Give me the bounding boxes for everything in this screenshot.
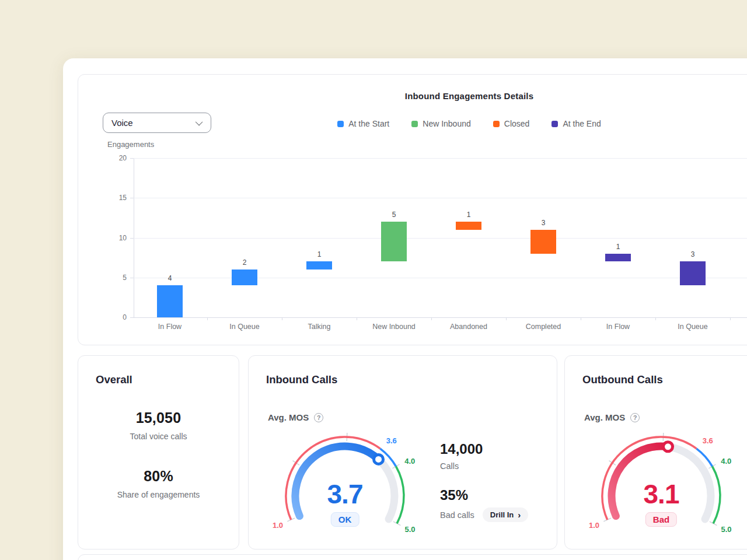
- x-axis-tick: [431, 317, 432, 320]
- avg-mos-label: Avg. MOS: [584, 412, 625, 422]
- x-axis-tick: [730, 317, 731, 320]
- waterfall-bar: [530, 230, 556, 254]
- y-axis-tick: [130, 198, 134, 198]
- chart-title: Inbound Engagements Details: [78, 91, 747, 101]
- dashboard-background: { "chart_card": { "title": "Inbound Enga…: [0, 0, 747, 560]
- category-label: New Inbound: [357, 323, 431, 331]
- waterfall-bar: [680, 261, 706, 285]
- bad-calls-value: 35%: [440, 487, 551, 503]
- overall-card: Overall 15,050 Total voice calls 80% Sha…: [78, 355, 239, 550]
- y-tick-label: 15: [103, 194, 127, 202]
- y-tick-label: 0: [103, 313, 127, 321]
- total-voice-calls-label: Total voice calls: [78, 432, 239, 441]
- legend-label: At the End: [563, 119, 601, 128]
- question-circle-icon[interactable]: ?: [314, 413, 323, 422]
- gridline: [134, 238, 747, 239]
- bad-calls-label: Bad calls: [440, 510, 474, 520]
- share-of-engagements-value: 80%: [78, 468, 239, 485]
- waterfall-bar: [605, 254, 631, 262]
- bar-value-label: 1: [306, 250, 332, 258]
- waterfall-bar: [157, 285, 183, 317]
- x-axis-tick: [581, 317, 581, 320]
- waterfall-bar: [381, 222, 407, 261]
- gauge-status-badge: Bad: [645, 512, 677, 527]
- drill-in-button[interactable]: Drill In ›: [483, 508, 528, 522]
- inbound-avg-mos-row: Avg. MOS ?: [268, 412, 323, 422]
- gauge-tick-label: 3.6: [386, 436, 397, 445]
- legend-item[interactable]: Closed: [493, 119, 530, 128]
- bar-value-label: 2: [232, 258, 257, 267]
- outbound-calls-card: Outbound Calls Avg. MOS ? 1.03.64.05.0 3…: [564, 355, 747, 550]
- share-of-engagements-stat: 80% Share of engagements: [78, 468, 239, 499]
- category-label: In Flow: [581, 323, 655, 331]
- legend-label: New Inbound: [423, 119, 471, 128]
- engagements-waterfall-chart: 051015204In Flow2In Queue1Talking5New In…: [134, 158, 747, 317]
- question-circle-icon[interactable]: ?: [630, 413, 640, 422]
- legend-item[interactable]: New Inbound: [411, 119, 471, 128]
- y-axis-title: Engagements: [107, 140, 154, 149]
- calls-count-value: 14,000: [440, 441, 551, 457]
- outbound-mos-gauge: 1.03.64.05.0 3.1 Bad: [585, 430, 737, 536]
- waterfall-bar: [306, 261, 332, 270]
- category-label: Talking: [282, 323, 357, 331]
- gridline: [134, 158, 747, 159]
- inbound-engagements-card: Inbound Engagements Details Voice At the…: [78, 74, 747, 345]
- x-axis-tick: [207, 317, 208, 320]
- gauge-status-badge: OK: [331, 512, 359, 527]
- x-axis-tick: [357, 317, 357, 320]
- bar-value-label: 3: [530, 219, 556, 227]
- overall-card-title: Overall: [96, 373, 132, 386]
- avg-mos-label: Avg. MOS: [268, 412, 309, 422]
- category-label: In Queue: [207, 323, 282, 331]
- waterfall-bar: [232, 270, 257, 285]
- legend-swatch: [411, 121, 418, 127]
- legend-swatch: [337, 121, 344, 127]
- gauge-value: 3.1: [585, 478, 737, 510]
- legend-label: At the Start: [348, 119, 389, 128]
- y-axis-tick: [130, 317, 134, 318]
- bar-value-label: 1: [605, 243, 631, 251]
- category-label: In Queue: [655, 323, 730, 331]
- bar-value-label: 3: [680, 250, 706, 258]
- gauge-tick-label: 4.0: [721, 457, 731, 466]
- x-axis-tick: [655, 317, 656, 320]
- legend-label: Closed: [504, 119, 530, 128]
- y-tick-label: 10: [103, 234, 127, 242]
- inbound-calls-card: Inbound Calls Avg. MOS ? 1.03.64.05.0 3.…: [248, 355, 557, 550]
- legend-item[interactable]: At the End: [551, 119, 601, 128]
- chart-legend: At the StartNew InboundClosedAt the End: [78, 119, 747, 128]
- y-tick-label: 20: [103, 154, 127, 162]
- category-label: Abandoned: [431, 323, 506, 331]
- chevron-right-icon: ›: [518, 510, 521, 519]
- total-voice-calls-value: 15,050: [78, 410, 239, 426]
- gauge-tick-label: 1.0: [589, 521, 599, 530]
- inbound-calls-title: Inbound Calls: [266, 373, 337, 386]
- gauge-tick-label: 5.0: [721, 525, 731, 534]
- inbound-stats: 14,000 Calls 35% Bad calls Drill In ›: [440, 441, 551, 522]
- legend-swatch: [493, 121, 500, 127]
- gauge-tick-label: 1.0: [273, 521, 283, 530]
- x-axis-tick: [282, 317, 282, 320]
- gauge-tick-label: 3.6: [703, 436, 713, 445]
- outbound-avg-mos-row: Avg. MOS ?: [584, 412, 640, 422]
- total-voice-calls-stat: 15,050 Total voice calls: [78, 410, 239, 441]
- gauge-tick-label: 4.0: [404, 457, 415, 466]
- next-card-partial: [78, 554, 747, 560]
- drill-in-label: Drill In: [490, 510, 514, 519]
- category-label: In Flow: [132, 323, 207, 331]
- outbound-calls-title: Outbound Calls: [582, 373, 663, 386]
- share-of-engagements-label: Share of engagements: [78, 490, 239, 499]
- y-axis-tick: [130, 238, 134, 239]
- bar-value-label: 5: [381, 211, 407, 219]
- gauge-tick-label: 5.0: [404, 525, 415, 534]
- legend-item[interactable]: At the Start: [337, 119, 389, 128]
- gridline: [134, 198, 747, 198]
- inbound-mos-gauge: 1.03.64.05.0 3.7 OK: [269, 430, 421, 536]
- waterfall-bar: [456, 222, 481, 230]
- dashboard-window: Inbound Engagements Details Voice At the…: [63, 58, 747, 560]
- y-axis-tick: [130, 158, 134, 159]
- legend-swatch: [551, 121, 558, 127]
- bar-value-label: 4: [157, 274, 183, 282]
- bar-value-label: 1: [456, 211, 481, 219]
- y-axis-tick: [130, 278, 134, 278]
